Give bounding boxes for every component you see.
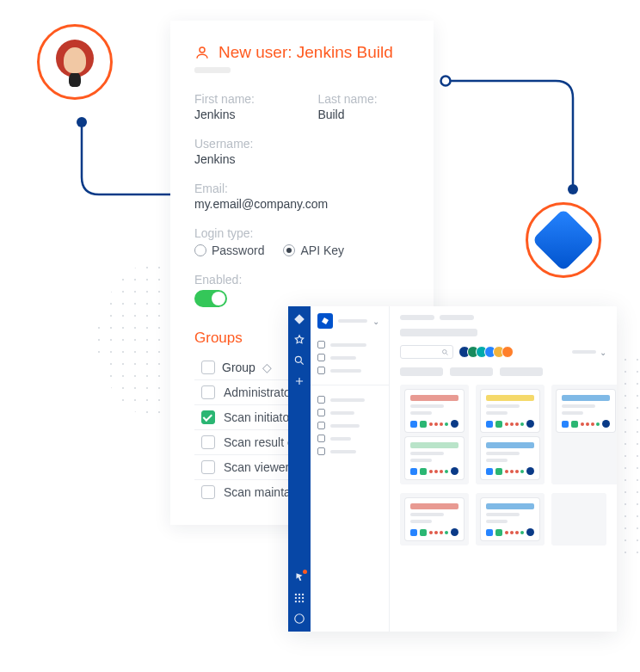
board-title-placeholder (400, 329, 477, 336)
panel-title-text: New user: Jenkins Build (218, 43, 393, 62)
board-content: ⌄ (390, 306, 617, 632)
sidebar-item[interactable] (317, 396, 382, 404)
sidebar-item[interactable] (317, 435, 382, 442)
board-swimlane (400, 493, 606, 546)
checkbox-icon[interactable] (201, 435, 215, 449)
radio-icon (283, 244, 295, 256)
user-icon (194, 45, 210, 60)
group-header-label: Group (222, 361, 255, 374)
board-card[interactable] (405, 437, 464, 479)
jenkins-icon (50, 37, 100, 87)
board-toolbar: ⌄ (400, 345, 606, 359)
avatar[interactable] (502, 346, 514, 358)
nav-search-icon[interactable] (293, 354, 305, 367)
board-column[interactable] (400, 493, 469, 546)
filter-placeholder[interactable] (572, 350, 596, 354)
board-card[interactable] (405, 390, 464, 432)
email-label: Email: (194, 182, 409, 195)
project-name-placeholder (338, 319, 367, 323)
login-type-label: Login type: (194, 226, 409, 240)
svg-point-10 (298, 597, 300, 599)
chevron-down-icon[interactable]: ⌄ (600, 348, 606, 357)
breadcrumb (400, 315, 606, 320)
sidebar-item[interactable] (317, 367, 382, 374)
sidebar-item[interactable] (317, 422, 382, 429)
board-column[interactable] (476, 493, 545, 546)
svg-point-4 (200, 47, 205, 52)
search-icon (441, 348, 449, 356)
radio-icon (194, 244, 206, 256)
nav-apps-icon[interactable] (293, 592, 305, 604)
svg-point-2 (441, 77, 451, 86)
project-sidebar: ⌄ (311, 306, 390, 632)
board-column[interactable] (400, 385, 469, 484)
svg-point-5 (295, 356, 301, 362)
svg-point-9 (295, 597, 297, 599)
project-icon[interactable] (317, 313, 333, 329)
enabled-label: Enabled: (194, 273, 409, 287)
first-name-value[interactable]: Jenkins (194, 108, 286, 121)
search-input[interactable] (400, 345, 453, 359)
board-column[interactable] (551, 385, 617, 484)
svg-point-15 (295, 614, 305, 624)
group-name: Scan viewers (224, 460, 295, 474)
panel-subtitle-placeholder (194, 67, 231, 73)
checkbox-icon[interactable] (201, 485, 215, 499)
svg-point-16 (443, 349, 447, 354)
board-swimlane (400, 385, 606, 484)
checkbox-icon[interactable] (201, 361, 215, 374)
board-card[interactable] (481, 390, 539, 432)
checkbox-icon[interactable] (201, 385, 215, 399)
first-name-label: First name: (194, 92, 286, 106)
svg-point-13 (298, 601, 300, 602)
email-value[interactable]: my.email@company.com (194, 197, 409, 211)
svg-point-3 (568, 184, 578, 194)
sidebar-item[interactable] (317, 354, 382, 361)
login-type-password[interactable]: Password (194, 244, 264, 257)
sidebar-item[interactable] (317, 409, 382, 416)
login-type-apikey[interactable]: API Key (283, 244, 344, 257)
svg-point-12 (295, 601, 297, 602)
svg-point-8 (302, 594, 304, 595)
board-card[interactable] (481, 437, 539, 479)
jenkins-badge (37, 24, 113, 100)
board-card[interactable] (405, 498, 464, 540)
sidebar-item[interactable] (317, 447, 382, 455)
username-value[interactable]: Jenkins (194, 152, 409, 166)
nav-add-icon[interactable] (293, 375, 305, 387)
checkbox-icon[interactable] (201, 460, 215, 474)
enabled-toggle[interactable] (194, 290, 227, 307)
jira-badge (526, 202, 601, 278)
radio-label: API Key (300, 244, 344, 257)
assignee-avatars[interactable] (462, 346, 514, 358)
panel-title: New user: Jenkins Build (194, 43, 409, 62)
connector-line (430, 69, 585, 215)
board-card[interactable] (557, 390, 615, 432)
svg-point-7 (298, 594, 300, 595)
svg-point-11 (302, 597, 304, 599)
jira-board-panel: ⌄ ⌄ (288, 306, 617, 632)
svg-point-6 (295, 594, 297, 595)
nav-diamond-icon[interactable] (293, 313, 305, 325)
radio-label: Password (212, 244, 264, 257)
nav-notifications-icon[interactable] (293, 571, 305, 583)
column-headers (400, 367, 606, 376)
sort-icon[interactable]: ◇ (262, 361, 272, 374)
chevron-down-icon[interactable]: ⌄ (372, 317, 379, 326)
nav-star-icon[interactable] (293, 334, 305, 346)
checkbox-icon[interactable] (201, 410, 215, 424)
svg-point-14 (302, 601, 304, 602)
svg-point-0 (77, 117, 87, 127)
jira-icon (532, 208, 595, 272)
sidebar-item[interactable] (317, 341, 382, 348)
board-column[interactable] (551, 493, 606, 546)
last-name-label: Last name: (317, 92, 409, 106)
last-name-value[interactable]: Build (317, 108, 409, 121)
board-card[interactable] (481, 498, 539, 540)
board-column[interactable] (476, 385, 545, 484)
username-label: Username: (194, 137, 409, 151)
nav-rail (288, 306, 311, 632)
nav-help-icon[interactable] (293, 613, 305, 625)
